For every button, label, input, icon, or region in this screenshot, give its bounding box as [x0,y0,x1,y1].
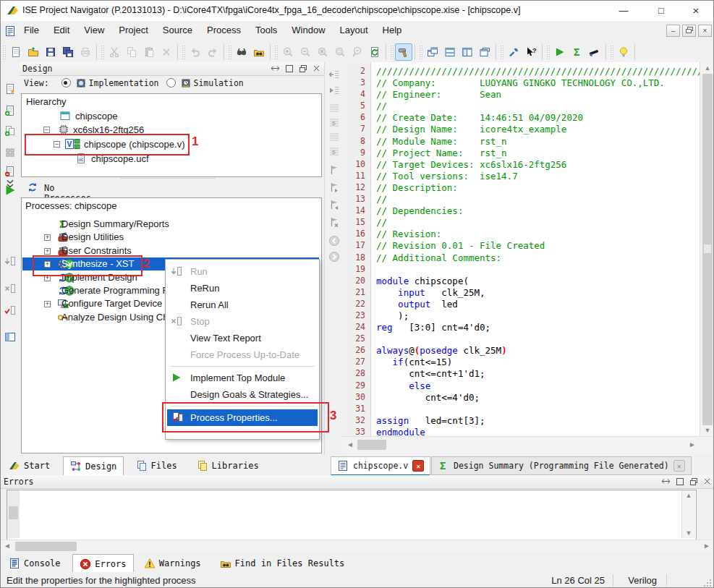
errors-horizontal-scrollbar[interactable]: ◄ ► [1,540,714,553]
expander-icon[interactable]: + [44,261,51,268]
tree-item-chipscope-chipscope-v[interactable]: −Vchipscope (chipscope.v) [22,137,321,151]
tile-vertical-icon[interactable] [459,43,476,61]
design-overview-icon[interactable] [3,330,17,344]
editor-horizontal-scrollbar[interactable]: ◄ ► [343,436,714,456]
menu-item-process-properties[interactable]: Process Properties... [167,409,318,426]
menu-process[interactable]: Process [200,21,248,41]
scroll-right-icon[interactable]: ► [703,542,710,550]
panel-splitter[interactable] [121,178,215,179]
new-file-icon[interactable] [7,43,25,61]
tree-item-chipscope[interactable]: chipscope [22,109,321,123]
save-all-icon[interactable] [59,43,77,61]
scroll-down-icon[interactable]: ▼ [700,427,714,434]
menu-item-run[interactable]: Run [166,263,319,280]
scroll-up-icon[interactable]: ▲ [700,64,714,72]
prev-location-icon[interactable] [327,67,341,82]
tab-files[interactable]: Files [129,456,184,474]
editor-mode-icon[interactable] [395,43,412,61]
abort-process-icon[interactable] [3,281,17,296]
dock-icon[interactable] [271,64,280,73]
design-summary-icon[interactable]: Σ [569,43,586,61]
expander-icon[interactable]: + [44,248,51,255]
editor-tab-design-summary-programming-file-generated[interactable]: ΣDesign Summary (Programming File Genera… [431,456,692,475]
process-design-utilities[interactable]: +Design Utilities [22,231,319,244]
outdent-icon[interactable] [327,129,341,144]
indent-icon[interactable] [327,101,341,115]
scroll-left-icon[interactable]: ◄ [4,542,11,550]
run-process-icon[interactable] [3,254,17,268]
back-icon[interactable] [327,234,341,248]
menu-item-design-goals-strategies[interactable]: Design Goals & Strategies... [166,386,319,403]
menu-item-view-text-report[interactable]: View Text Report [166,330,319,346]
expander-icon[interactable]: + [44,275,51,281]
add-source-icon[interactable] [3,103,17,118]
zoom-out-icon[interactable] [297,43,314,61]
rerun-process-icon[interactable] [3,303,17,318]
paste-icon[interactable] [140,43,158,61]
maximize-panel-icon[interactable] [675,477,684,486]
resize-grip[interactable] [702,578,712,588]
errors-list[interactable] [7,490,697,540]
process-user-constraints[interactable]: +User Constraints [22,244,319,257]
hierarchy-tree[interactable]: Hierarchy chipscope−xc6slx16-2ftg256−Vch… [21,93,322,177]
menu-item-stop[interactable]: Stop [166,313,319,330]
design-panel-header[interactable]: Design [20,62,324,76]
toggle-bookmark-icon[interactable] [327,163,341,177]
float-panel-icon[interactable] [298,64,307,73]
menu-file[interactable]: File [17,21,46,41]
close-panel-icon[interactable] [312,64,321,73]
editor-vertical-scrollbar[interactable]: ▲ ▼ [700,62,714,436]
maximize-button[interactable]: □ [645,1,678,20]
menu-help[interactable]: Help [375,21,409,41]
whats-this-icon[interactable]: ? [522,43,540,61]
menu-item-rerun-all[interactable]: Rerun All [166,297,319,313]
mdi-minimize-button[interactable]: – [666,25,680,37]
next-location-icon[interactable] [327,83,341,98]
find-icon[interactable] [233,43,250,61]
tab-design[interactable]: Design [63,456,124,475]
maximize-panel-icon[interactable] [284,64,294,73]
close-button[interactable]: × [679,1,713,20]
menu-item-rerun[interactable]: ReRun [166,280,319,297]
copy-icon[interactable] [123,43,140,61]
indent-5-icon[interactable]: 5 [327,115,341,129]
menu-item-implement-top-module[interactable]: Implement Top Module [166,370,319,386]
tree-item-chipscope-ucf[interactable]: ucchipscope.ucf [22,152,321,166]
tab-start[interactable]: Start [2,456,56,474]
scroll-left-icon[interactable]: ◄ [347,440,354,448]
tabbed-windows-icon[interactable] [476,43,493,61]
menu-window[interactable]: Window [284,21,332,41]
close-icon[interactable]: ✕ [673,460,685,472]
view-radio-implementation[interactable] [61,78,71,88]
console-tab-find-in-files-results[interactable]: Find in Files Results [213,554,352,572]
errors-vertical-scrollbar[interactable]: ▲ ▼ [681,490,695,538]
menu-item-force-process-up-to-date[interactable]: Force Process Up-to-Date [166,346,319,363]
console-tab-errors[interactable]: Errors [72,554,133,573]
menu-edit[interactable]: Edit [46,21,77,41]
view-radio-simulation[interactable] [166,78,176,88]
menu-source[interactable]: Source [156,21,200,41]
tile-horizontal-icon[interactable] [441,43,459,61]
code-area[interactable]: ////////////////////////////////////////… [376,62,700,436]
process-design-summary-reports[interactable]: ΣDesign Summary/Reports [22,218,319,231]
scroll-right-icon[interactable]: ► [689,440,696,448]
next-bookmark-icon[interactable] [327,180,341,195]
undo-icon[interactable] [187,43,204,61]
close-icon[interactable]: ✕ [412,460,424,472]
lightbulb-icon[interactable] [615,43,632,61]
expander-icon[interactable]: + [44,301,51,307]
save-icon[interactable] [42,43,59,61]
code-editor[interactable]: 2345678910111213141516171819202122232425… [343,62,714,455]
minimize-button[interactable]: — [607,1,640,20]
editor-tab-chipscope-v[interactable]: chipscope.v✕ [331,456,430,476]
analyzer-icon[interactable] [586,43,603,61]
cut-icon[interactable] [106,43,123,61]
scrollbar-thumb[interactable] [357,440,386,450]
menu-layout[interactable]: Layout [333,21,375,41]
new-design-icon[interactable] [3,145,17,160]
expander-icon[interactable]: − [54,141,60,148]
menu-view[interactable]: View [77,21,111,41]
zoom-full-icon[interactable] [314,43,331,61]
tab-libraries[interactable]: Libraries [190,456,265,474]
redo-icon[interactable] [204,43,221,61]
